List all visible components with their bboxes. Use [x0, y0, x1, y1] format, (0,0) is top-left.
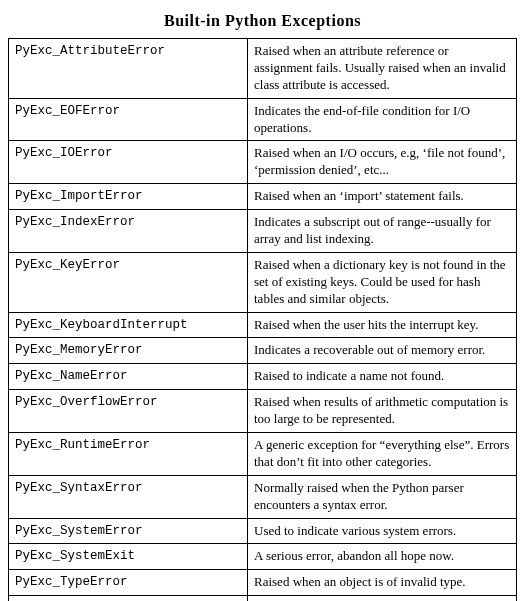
table-row: PyExc_IndexErrorIndicates a subscript ou… — [9, 210, 517, 253]
exception-description: Raised to indicate a name not found. — [248, 364, 517, 390]
exception-name: PyExc_RuntimeError — [9, 433, 248, 476]
table-row: PyExc_KeyboardInterruptRaised when the u… — [9, 312, 517, 338]
exception-name: PyExc_IndexError — [9, 210, 248, 253]
exception-description: Raised when an I/O occurs, e.g, ‘file no… — [248, 141, 517, 184]
exception-description: Raised when results of arithmetic comput… — [248, 390, 517, 433]
table-row: PyExc_TypeErrorRaised when an object is … — [9, 570, 517, 596]
exception-name: PyExc_NameError — [9, 364, 248, 390]
exceptions-table: PyExc_AttributeErrorRaised when an attri… — [8, 38, 517, 601]
exception-name: PyExc_ValueError — [9, 596, 248, 601]
table-row: PyExc_SystemExitA serious error, abandon… — [9, 544, 517, 570]
exception-description: A generic exception for “everything else… — [248, 433, 517, 476]
exception-description: Used to indicate various system errors. — [248, 518, 517, 544]
exception-name: PyExc_SystemError — [9, 518, 248, 544]
exception-name: PyExc_SystemExit — [9, 544, 248, 570]
exception-name: PyExc_SyntaxError — [9, 475, 248, 518]
exception-name: PyExc_KeyboardInterrupt — [9, 312, 248, 338]
exception-name: PyExc_KeyError — [9, 252, 248, 312]
exception-description: Raised when a dictionary key is not foun… — [248, 252, 517, 312]
exception-name: PyExc_IOError — [9, 141, 248, 184]
table-row: PyExc_AttributeErrorRaised when an attri… — [9, 39, 517, 99]
exception-description: A serious error, abandon all hope now. — [248, 544, 517, 570]
exception-description: Raised when an object has the right type… — [248, 596, 517, 601]
table-row: PyExc_KeyErrorRaised when a dictionary k… — [9, 252, 517, 312]
table-row: PyExc_SystemErrorUsed to indicate variou… — [9, 518, 517, 544]
table-row: PyExc_OverflowErrorRaised when results o… — [9, 390, 517, 433]
exception-description: Raised when an ‘import’ statement fails. — [248, 184, 517, 210]
table-row: PyExc_RuntimeErrorA generic exception fo… — [9, 433, 517, 476]
exception-description: Raised when the user hits the interrupt … — [248, 312, 517, 338]
exception-description: Indicates the end-of-file condition for … — [248, 98, 517, 141]
exception-name: PyExc_MemoryError — [9, 338, 248, 364]
table-row: PyExc_MemoryErrorIndicates a recoverable… — [9, 338, 517, 364]
exception-description: Normally raised when the Python parser e… — [248, 475, 517, 518]
exception-name: PyExc_OverflowError — [9, 390, 248, 433]
table-row: PyExc_IOErrorRaised when an I/O occurs, … — [9, 141, 517, 184]
table-row: PyExc_NameErrorRaised to indicate a name… — [9, 364, 517, 390]
exception-description: Indicates a recoverable out of memory er… — [248, 338, 517, 364]
exception-name: PyExc_TypeError — [9, 570, 248, 596]
exception-name: PyExc_EOFError — [9, 98, 248, 141]
page-title: Built-in Python Exceptions — [8, 12, 517, 30]
table-row: PyExc_ValueErrorRaised when an object ha… — [9, 596, 517, 601]
exception-description: Raised when an attribute reference or as… — [248, 39, 517, 99]
table-row: PyExc_EOFErrorIndicates the end-of-file … — [9, 98, 517, 141]
exception-description: Indicates a subscript out of range--usua… — [248, 210, 517, 253]
exception-name: PyExc_AttributeError — [9, 39, 248, 99]
table-row: PyExc_SyntaxErrorNormally raised when th… — [9, 475, 517, 518]
exception-name: PyExc_ImportError — [9, 184, 248, 210]
table-row: PyExc_ImportErrorRaised when an ‘import’… — [9, 184, 517, 210]
exception-description: Raised when an object is of invalid type… — [248, 570, 517, 596]
